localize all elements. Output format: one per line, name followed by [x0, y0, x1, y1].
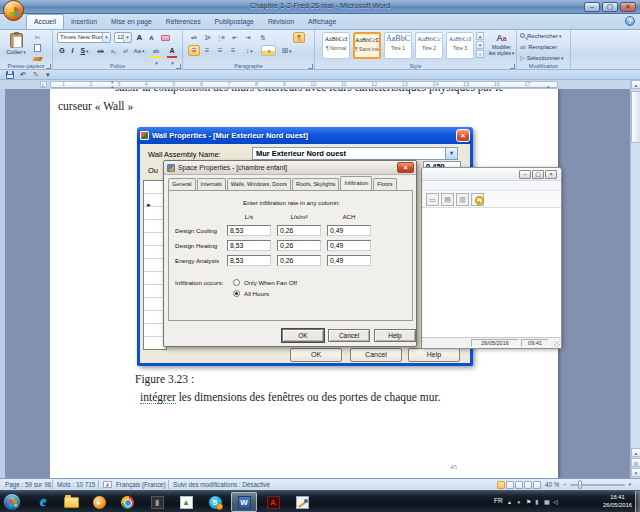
italic-button[interactable]: I [68, 45, 77, 56]
font-color-button[interactable]: A [165, 45, 179, 56]
status-language[interactable]: Français (France) [116, 481, 166, 488]
spellcheck-status-icon[interactable] [103, 481, 112, 488]
bullets-button[interactable] [188, 32, 200, 43]
energy-lsm2-field[interactable]: 0,26 [277, 255, 321, 266]
vertical-scrollbar[interactable]: ▴ ▴ ◎ ▾ [630, 80, 640, 478]
shrink-font-button[interactable]: A [146, 32, 157, 43]
status-words[interactable]: Mots : 10 715 [57, 481, 95, 488]
decrease-indent-button[interactable] [229, 32, 241, 43]
save-button[interactable] [6, 71, 14, 79]
style-card-titre2[interactable]: AaBbCc Titre 2 [415, 32, 443, 59]
wall-ok-button[interactable]: OK [290, 348, 342, 362]
tab-insertion[interactable]: Insertion [64, 14, 104, 29]
line-spacing-button[interactable] [242, 45, 257, 56]
tray-flag-icon[interactable]: ⚑ [526, 498, 531, 506]
grow-font-button[interactable]: A [134, 32, 145, 43]
cooling-ls-field[interactable]: 8,53 [227, 225, 271, 236]
taskbar-hap-app[interactable] [289, 492, 315, 512]
cooling-ach-field[interactable]: 0,49 [327, 225, 371, 236]
zoom-in-icon[interactable]: + [628, 481, 632, 488]
change-case-button[interactable]: Aa [132, 45, 146, 56]
taskbar-chrome[interactable] [114, 492, 140, 512]
tab-accueil[interactable]: Accueil [26, 14, 64, 29]
chevron-down-icon[interactable] [102, 33, 110, 42]
show-desktop-button[interactable] [635, 491, 640, 512]
align-left-button[interactable] [188, 45, 200, 56]
energy-ach-field[interactable]: 0,49 [327, 255, 371, 266]
tab-affichage[interactable]: Affichage [301, 14, 343, 29]
draw-table-button[interactable] [33, 71, 39, 79]
styles-scroll-up[interactable]: ▴ [476, 32, 484, 40]
subscript-button[interactable]: x₂ [108, 45, 119, 56]
tab-references[interactable]: Références [159, 14, 208, 29]
assembly-name-combo[interactable]: Mur Exterieur Nord ouest [252, 147, 458, 160]
chevron-down-icon[interactable] [123, 33, 131, 42]
chevron-down-icon[interactable] [445, 148, 457, 159]
taskbar-skype[interactable] [202, 492, 228, 512]
paragraph-dialog-launcher[interactable] [308, 64, 313, 69]
view-draft-button[interactable] [533, 481, 541, 489]
clear-formatting-button[interactable] [159, 32, 172, 43]
find-button[interactable]: Rechercher [520, 31, 562, 42]
tray-network-icon[interactable]: ▮ [535, 498, 538, 506]
tray-volume-icon[interactable]: ◁ [553, 498, 558, 506]
help-icon[interactable] [625, 16, 635, 26]
taskbar-internet-explorer[interactable]: e [30, 492, 56, 512]
radio-all-hours[interactable] [233, 290, 240, 297]
wall-dialog-title-bar[interactable]: Wall Properties - [Mur Exterieur Nord ou… [137, 127, 473, 144]
space-help-button[interactable]: Help [374, 329, 416, 342]
close-button[interactable]: ✕ [620, 2, 636, 12]
replace-button[interactable]: Remplacer [520, 42, 557, 53]
view-outline-button[interactable] [524, 481, 532, 489]
justify-button[interactable] [227, 45, 239, 56]
select-browse-icon[interactable]: ◎ [631, 458, 640, 467]
taskbar-drive-app[interactable] [173, 492, 199, 512]
view-web-button[interactable] [515, 481, 523, 489]
heating-ach-field[interactable]: 0,49 [327, 240, 371, 251]
highlight-button[interactable]: ab [149, 45, 163, 56]
hap-key-tool-icon[interactable] [471, 193, 484, 206]
wall-cancel-button[interactable]: Cancel [350, 348, 402, 362]
qat-customize-button[interactable] [46, 71, 54, 79]
zoom-level[interactable]: 40 % [545, 481, 559, 488]
hap-tool-button-1[interactable]: ▭ [426, 193, 439, 206]
underline-button[interactable]: S [78, 45, 91, 56]
tray-status-icon[interactable]: ● [517, 498, 521, 506]
style-card-normal[interactable]: AaBbCcI ¶ Normal [322, 32, 350, 59]
style-card-titre3[interactable]: AaBbCcI Titre 3 [446, 32, 474, 59]
tab-publipostage[interactable]: Publipostage [208, 14, 261, 29]
office-button[interactable] [3, 0, 24, 21]
scroll-up-icon[interactable]: ▴ [631, 80, 640, 89]
hap-close-button[interactable]: × [545, 170, 557, 179]
tab-revision[interactable]: Révision [261, 14, 301, 29]
energy-ls-field[interactable]: 8,53 [227, 255, 271, 266]
borders-button[interactable] [279, 45, 294, 56]
wall-close-icon[interactable] [456, 129, 470, 142]
next-page-icon[interactable]: ▾ [631, 468, 640, 477]
space-cancel-button[interactable]: Cancel [328, 329, 370, 342]
space-ok-button[interactable]: OK [282, 329, 324, 342]
view-fullscreen-button[interactable] [506, 481, 514, 489]
start-button[interactable] [3, 493, 21, 511]
tray-show-hidden-icon[interactable]: ▴ [508, 498, 511, 506]
space-close-icon[interactable] [397, 162, 414, 173]
multilevel-list-button[interactable] [214, 32, 226, 43]
align-right-button[interactable] [214, 45, 226, 56]
radio-only-when-fan-off[interactable] [233, 279, 240, 286]
scroll-thumb[interactable] [631, 91, 640, 143]
tab-general[interactable]: General [168, 178, 196, 190]
style-card-titre1[interactable]: AaBbC Titre 1 [384, 32, 412, 59]
status-track-changes[interactable]: Suivi des modifications : Désactivé [173, 481, 270, 488]
copy-icon[interactable] [31, 43, 44, 53]
styles-gallery-expand[interactable]: ▿ [476, 50, 484, 58]
sort-button[interactable] [257, 32, 269, 43]
style-card-sans-interligne[interactable]: AaBbCcDc ¶ Sans inter... [353, 32, 381, 59]
hap-tool-button-2[interactable]: ▤ [441, 193, 454, 206]
tab-walls-windows-doors[interactable]: Walls, Windows, Doors [227, 178, 291, 190]
font-dialog-launcher[interactable] [176, 64, 181, 69]
resize-grip[interactable] [554, 341, 560, 347]
hap-tool-button-3[interactable]: ▥ [456, 193, 469, 206]
superscript-button[interactable]: x² [120, 45, 131, 56]
prev-page-icon[interactable]: ▴ [631, 448, 640, 457]
change-styles-button[interactable]: Aa Modifier les styles [487, 32, 516, 66]
